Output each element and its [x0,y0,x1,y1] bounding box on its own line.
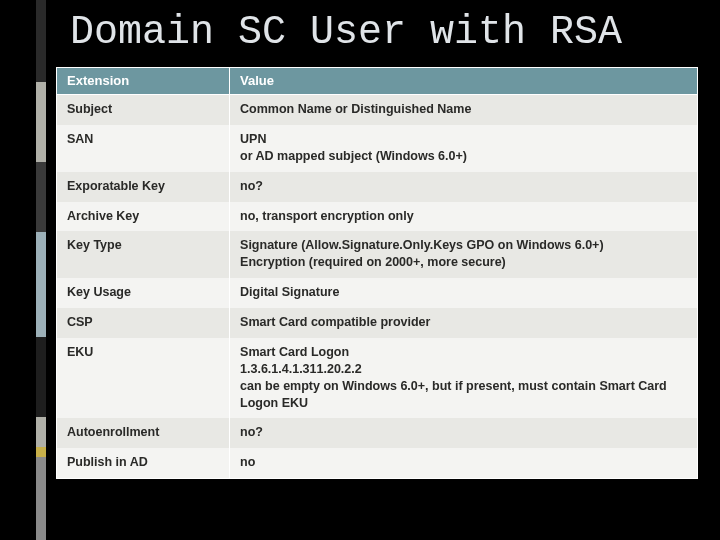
table-header-row: Extension Value [57,68,698,95]
table-row: Publish in AD no [57,448,698,478]
table-row: Exporatable Key no? [57,172,698,202]
ext-cell: Publish in AD [57,448,230,478]
table-row: Key Type Signature (Allow.Signature.Only… [57,231,698,278]
ext-cell: CSP [57,308,230,338]
slide: Domain SC User with RSA Extension Value … [0,0,720,540]
val-cell: Smart Card Logon 1.3.6.1.4.1.311.20.2.2 … [230,338,698,419]
table-row: Archive Key no, transport encryption onl… [57,202,698,232]
table-row: SAN UPN or AD mapped subject (Windows 6.… [57,125,698,172]
val-cell: Signature (Allow.Signature.Only.Keys GPO… [230,231,698,278]
table-row: Subject Common Name or Distinguished Nam… [57,95,698,125]
val-cell: no? [230,172,698,202]
ext-cell: Archive Key [57,202,230,232]
table-row: Autoenrollment no? [57,418,698,448]
slide-content: Domain SC User with RSA Extension Value … [56,10,698,479]
val-cell: no, transport encryption only [230,202,698,232]
table-row: CSP Smart Card compatible provider [57,308,698,338]
ext-cell: SAN [57,125,230,172]
ext-cell: Subject [57,95,230,125]
ext-cell: EKU [57,338,230,419]
val-cell: Common Name or Distinguished Name [230,95,698,125]
ext-cell: Exporatable Key [57,172,230,202]
table-header-value: Value [230,68,698,95]
table-row: Key Usage Digital Signature [57,278,698,308]
ext-cell: Autoenrollment [57,418,230,448]
val-cell: UPN or AD mapped subject (Windows 6.0+) [230,125,698,172]
val-cell: no? [230,418,698,448]
extension-table: Extension Value Subject Common Name or D… [56,67,698,479]
decorative-stripes [36,0,46,540]
table-row: EKU Smart Card Logon 1.3.6.1.4.1.311.20.… [57,338,698,419]
page-title: Domain SC User with RSA [70,10,698,55]
ext-cell: Key Usage [57,278,230,308]
val-cell: Smart Card compatible provider [230,308,698,338]
val-cell: no [230,448,698,478]
table-header-extension: Extension [57,68,230,95]
ext-cell: Key Type [57,231,230,278]
val-cell: Digital Signature [230,278,698,308]
